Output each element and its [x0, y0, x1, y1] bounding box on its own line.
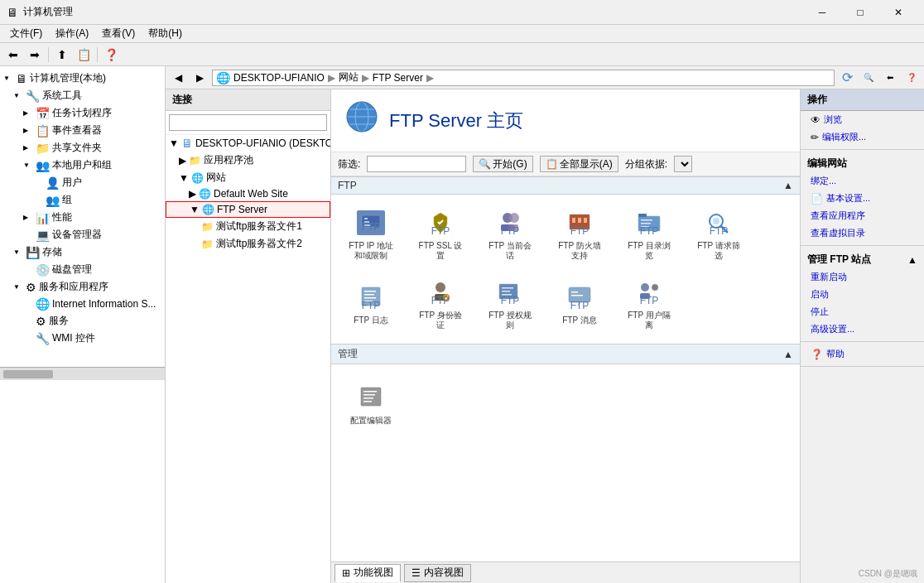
action-browse-label: 浏览: [824, 113, 842, 126]
manage-section-header[interactable]: 管理 ▲: [331, 344, 800, 364]
left-panel: ▼ 🖥 计算机管理(本地) ▼ 🔧 系统工具 ▶ 📅 任务计划程序 ▶ 📋 事件…: [0, 66, 166, 583]
expand-icon: ▼: [13, 92, 23, 99]
tree-item-local-users[interactable]: ▼ 👥 本地用户和组: [0, 157, 165, 174]
action-restart[interactable]: 重新启动: [801, 268, 924, 286]
tree-item-wmi[interactable]: 🔧 WMI 控件: [0, 330, 165, 347]
edit-site-title: 编辑网站: [801, 153, 924, 172]
icon-ftp-log[interactable]: FTP FTP 日志: [338, 271, 404, 337]
icon-config-editor[interactable]: 配置编辑器: [338, 371, 404, 437]
toolbar-show-hide[interactable]: 📋: [74, 46, 94, 64]
icon-ftp-authz[interactable]: FTP FTP 授权规则: [477, 271, 543, 337]
tree-item-services[interactable]: ⚙ 服务: [0, 312, 165, 330]
title-text: 计算机管理: [23, 5, 73, 19]
addr-btn-1[interactable]: 🔍: [859, 69, 878, 87]
services-icon: ⚙: [26, 281, 36, 294]
tree-item-groups[interactable]: 👥 组: [0, 191, 165, 209]
icon-ftp-user-isolation[interactable]: FTP FTP 用户隔离: [616, 271, 682, 337]
tree-item-users[interactable]: 👤 用户: [0, 174, 165, 191]
icon-ftp-session[interactable]: FTP FTP 当前会话: [477, 201, 543, 267]
conn-tree-app-pool[interactable]: ▶ 📁 应用程序池: [166, 152, 330, 169]
svg-point-52: [641, 283, 649, 292]
menu-view[interactable]: 查看(V): [95, 25, 142, 42]
conn-tree-default-web[interactable]: ▶ 🌐 Default Web Site: [166, 186, 330, 201]
addr-refresh-btn[interactable]: ⟳: [838, 69, 856, 87]
menu-action[interactable]: 操作(A): [49, 25, 95, 42]
expand-icon: ▼: [13, 248, 23, 256]
addr-forward-btn[interactable]: ▶: [190, 69, 209, 87]
toolbar-forward[interactable]: ➡: [25, 46, 45, 64]
action-start[interactable]: 启动: [801, 286, 924, 303]
filter-show-all-btn[interactable]: 📋 全部显示(A): [540, 156, 618, 172]
tree-item-system-tools[interactable]: ▼ 🔧 系统工具: [0, 87, 165, 104]
tab-content-view[interactable]: ☰ 内容视图: [404, 564, 471, 582]
manage-icons-grid: 配置编辑器: [331, 364, 800, 444]
addr-btn-2[interactable]: ⬅: [881, 69, 899, 87]
menu-help[interactable]: 帮助(H): [142, 25, 189, 42]
tab-feature-view[interactable]: ⊞ 功能视图: [334, 564, 401, 582]
content-view-label: 内容视图: [424, 566, 464, 580]
menu-file[interactable]: 文件(F): [3, 25, 49, 42]
maximize-button[interactable]: □: [841, 0, 879, 25]
conn-tree-desktop[interactable]: ▼ 🖥 DESKTOP-UFIANIO (DESKTOP-U...: [166, 135, 330, 152]
tree-item-root[interactable]: ▼ 🖥 计算机管理(本地): [0, 70, 165, 87]
edit-perms-icon: ✏: [811, 132, 819, 143]
manage-ftp-expand: ▲: [907, 254, 917, 266]
tree-item-event-viewer[interactable]: ▶ 📋 事件查看器: [0, 122, 165, 139]
tree-label: 任务计划程序: [52, 106, 112, 120]
action-view-vdirs[interactable]: 查看虚拟目录: [801, 224, 924, 242]
tree-item-storage[interactable]: ▼ 💾 存储: [0, 243, 165, 261]
task-icon: 📅: [36, 107, 50, 120]
manage-ftp-label: 管理 FTP 站点: [807, 253, 871, 267]
tree-item-task-scheduler[interactable]: ▶ 📅 任务计划程序: [0, 104, 165, 122]
action-stop[interactable]: 停止: [801, 303, 924, 320]
action-view-apps[interactable]: 查看应用程序: [801, 207, 924, 224]
icon-ftp-msg[interactable]: FTP FTP 消息: [546, 271, 613, 337]
conn-search-input[interactable]: [169, 114, 327, 131]
address-bar: ◀ ▶ 🌐 DESKTOP-UFIANIO ▶ 网站 ▶ FTP Server …: [166, 66, 924, 89]
action-browse[interactable]: 👁 浏览: [801, 111, 924, 128]
icon-ftp-dir[interactable]: FTP FTP 目录浏览: [616, 201, 682, 267]
action-basic-settings[interactable]: 📄 基本设置...: [801, 190, 924, 207]
tree-item-performance[interactable]: ▶ 📊 性能: [0, 209, 165, 226]
device-icon: 💻: [36, 229, 50, 242]
icon-ftp-auth[interactable]: FTP FTP 身份验证: [407, 271, 474, 337]
tree-item-device-manager[interactable]: 💻 设备管理器: [0, 226, 165, 243]
conn-tree-ftp-file2[interactable]: 📁 测试ftp服务器文件2: [166, 235, 330, 253]
close-button[interactable]: ✕: [879, 0, 917, 25]
left-scroll-bar[interactable]: [0, 367, 165, 380]
filter-start-btn[interactable]: 🔍 开始(G): [473, 156, 532, 172]
icon-ftp-filter[interactable]: FTP FTP 请求筛选: [686, 201, 752, 267]
ftp-log-label: FTP 日志: [354, 316, 387, 325]
tree-item-iis[interactable]: 🌐 Internet Information S...: [0, 296, 165, 312]
addr-part-2: 网站: [339, 70, 359, 84]
addr-back-btn[interactable]: ◀: [169, 69, 187, 87]
icon-ftp-firewall[interactable]: FTP FTP 防火墙支持: [546, 201, 613, 267]
action-binding[interactable]: 绑定...: [801, 172, 924, 190]
action-advanced-settings[interactable]: 高级设置...: [801, 320, 924, 338]
conn-tree-ftp-server[interactable]: ▼ 🌐 FTP Server: [166, 201, 330, 218]
svg-rect-19: [578, 218, 581, 223]
group-by-select[interactable]: [674, 156, 692, 172]
tree-item-services-apps[interactable]: ▼ ⚙ 服务和应用程序: [0, 278, 165, 296]
tree-item-shared-folders[interactable]: ▶ 📁 共享文件夹: [0, 139, 165, 157]
action-help[interactable]: ❓ 帮助: [801, 345, 924, 363]
toolbar-help[interactable]: ❓: [101, 46, 121, 64]
ftp-section-header[interactable]: FTP ▲: [331, 176, 800, 195]
action-edit-perms[interactable]: ✏ 编辑权限...: [801, 128, 924, 146]
icon-ftp-ip[interactable]: FTP FTP IP 地址和域限制: [338, 201, 404, 267]
toolbar-up[interactable]: ⬆: [52, 46, 72, 64]
expand-icon: ▶: [23, 127, 33, 134]
ftp-firewall-icon: FTP: [563, 208, 596, 238]
svg-point-54: [652, 284, 658, 291]
left-scroll-thumb[interactable]: [3, 370, 53, 378]
conn-tree-sites[interactable]: ▼ 🌐 网站: [166, 169, 330, 186]
minimize-button[interactable]: ─: [803, 0, 841, 25]
tree-item-disk-management[interactable]: 💿 磁盘管理: [0, 261, 165, 278]
icon-ftp-ssl[interactable]: FTP FTP SSL 设置: [407, 201, 474, 267]
ftp-ip-label: FTP IP 地址和域限制: [349, 241, 393, 261]
feature-view-label: 功能视图: [354, 566, 393, 580]
conn-tree-ftp-file1[interactable]: 📁 测试ftp服务器文件1: [166, 218, 330, 235]
toolbar-back[interactable]: ⬅: [3, 46, 23, 64]
filter-input[interactable]: [367, 156, 466, 172]
addr-btn-3[interactable]: ❓: [902, 69, 921, 87]
